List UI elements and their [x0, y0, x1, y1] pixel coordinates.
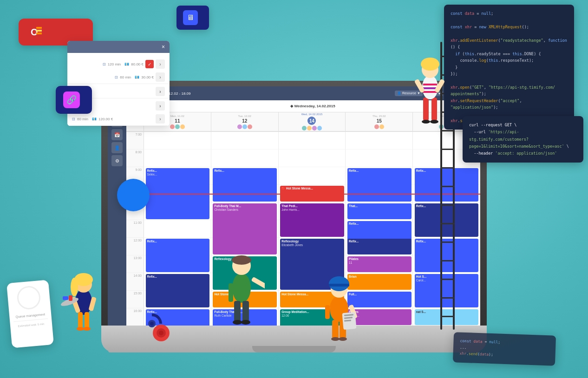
code-block-1: const data = null; const xhr = new XMLHt…	[444, 5, 574, 130]
day-header-thu: Thu, 15.02 15	[346, 112, 413, 131]
calendar-grid-area: Mon, 11.02 11 Tue, 12.02 12	[126, 112, 480, 327]
man-blue-helmet-figure	[316, 262, 362, 346]
character-woman-blonde	[60, 260, 107, 345]
booking-item-accessories[interactable]: ⊡ 60 min 💶 30.00 € ›	[67, 71, 170, 84]
calendar-panel-icon[interactable]: 📅	[111, 129, 123, 140]
time-label-6: 12:00	[126, 238, 144, 255]
calendar-event[interactable]: That Pedi...John Harris...	[280, 203, 344, 237]
accessories-arrow[interactable]: ›	[156, 72, 165, 82]
section2-arrow[interactable]: ›	[156, 87, 165, 96]
calendar-scroll-area[interactable]: 7:008:009:0010:0011:0012:0013:0014:0015:…	[126, 132, 480, 327]
day-cell-r1-c2[interactable]	[211, 150, 279, 167]
svg-point-53	[430, 120, 438, 124]
settings-panel-icon[interactable]: ⚙	[111, 155, 123, 166]
svg-rect-19	[440, 167, 455, 169]
svg-point-10	[159, 331, 163, 335]
calendar-content: ⊞ 📅 👤 ⚙ Mon, 11.02 11	[108, 112, 480, 327]
time-label-8: 14:00	[126, 273, 144, 291]
character-woman-red	[409, 46, 451, 127]
facebook-badge[interactable]	[117, 179, 150, 211]
svg-rect-56	[423, 87, 437, 89]
phone-meta: Estimated wait: 5 min	[18, 322, 45, 328]
svg-rect-48	[251, 277, 265, 293]
fitting-arrow[interactable]: ›	[156, 59, 165, 69]
fitting-check: ✓	[145, 60, 154, 68]
svg-rect-4	[36, 33, 42, 34]
svg-point-59	[421, 58, 439, 71]
day-header-tue: Tue, 12.02 12	[211, 112, 279, 131]
woman-blonde-figure	[60, 260, 107, 344]
svg-rect-3	[36, 30, 42, 32]
calendar-event[interactable]: 🔴 Hot Stone Messa...	[280, 186, 344, 202]
svg-point-47	[241, 320, 250, 325]
day-cell-r5-c1[interactable]	[144, 220, 211, 238]
booking-item-fitting[interactable]: ⊡ 120 min 💶 80.00 € ✓ ›	[67, 58, 170, 71]
svg-point-41	[232, 273, 251, 303]
user-panel-icon[interactable]: 👤	[111, 142, 123, 153]
svg-rect-55	[423, 84, 437, 85]
svg-rect-5	[36, 35, 42, 37]
calendar-event[interactable]: Refix...	[146, 239, 210, 272]
left-panel: ⊞ 📅 👤 ⚙	[108, 112, 126, 327]
svg-point-52	[422, 120, 430, 124]
svg-rect-57	[423, 91, 437, 93]
svg-point-31	[71, 278, 78, 296]
svg-rect-39	[63, 296, 68, 300]
now-line	[144, 194, 211, 195]
svg-rect-23	[440, 241, 455, 243]
svg-rect-32	[78, 312, 83, 328]
day-cell-r0-c3[interactable]	[279, 132, 346, 150]
day-cell-r1-c1[interactable]	[144, 150, 211, 167]
svg-point-66	[339, 337, 347, 341]
day-cell-r2-c3[interactable]	[279, 167, 346, 185]
reception-icon: 🖥	[183, 10, 198, 25]
day-cell-r1-c3[interactable]	[279, 150, 346, 167]
phone-element: Queue management Estimated wait: 5 min	[9, 281, 51, 346]
time-label-5: 11:00	[126, 220, 144, 238]
svg-rect-33	[85, 312, 89, 328]
calendar-event[interactable]: Refix...	[146, 274, 210, 307]
office-logo-icon: O	[27, 23, 45, 41]
day-cell-r1-c4[interactable]	[346, 150, 413, 167]
svg-rect-24	[440, 260, 455, 261]
day-cell-r0-c4[interactable]	[346, 132, 413, 150]
svg-point-43	[232, 255, 251, 265]
calendar-event[interactable]: That...	[347, 203, 412, 219]
day-cell-r0-c1[interactable]	[144, 132, 211, 150]
reception-badge: 🖥	[176, 6, 209, 30]
booking-panel-header: ×	[67, 41, 170, 53]
phone-circle	[16, 285, 41, 310]
calendar-event[interactable]: Refix...	[213, 168, 277, 202]
time-label-9: 15:00	[126, 291, 144, 308]
svg-rect-51	[431, 98, 437, 121]
svg-rect-27	[440, 316, 455, 317]
svg-rect-20	[440, 186, 455, 187]
section3-arrow[interactable]: ›	[156, 101, 165, 111]
red-gear-icon	[151, 323, 172, 344]
svg-point-35	[83, 327, 91, 331]
svg-rect-22	[440, 223, 455, 224]
code-block-3: const data = null; ... xhr.send(data);	[453, 332, 556, 365]
size-taking-item[interactable]: ⊡ 60 min 💶 120.00 € ›	[67, 112, 170, 125]
booking-links-icon: 🔗	[63, 91, 80, 108]
time-label-1: 8:00	[126, 150, 144, 167]
calendar-event[interactable]: Refix...	[347, 168, 412, 202]
size-arrow[interactable]: ›	[156, 114, 165, 124]
svg-rect-69	[329, 284, 349, 287]
svg-rect-2	[36, 27, 42, 29]
svg-rect-21	[440, 204, 455, 206]
day-cell-r0-c2[interactable]	[211, 132, 279, 150]
man-green-figure	[218, 237, 265, 330]
phone-mock: Queue management Estimated wait: 5 min	[7, 280, 54, 348]
svg-point-34	[77, 327, 84, 331]
svg-rect-17	[440, 130, 455, 131]
svg-rect-63	[332, 320, 339, 339]
svg-rect-45	[242, 301, 249, 322]
woman-red-figure	[409, 46, 451, 125]
svg-rect-18	[440, 149, 455, 150]
svg-point-46	[233, 320, 242, 325]
svg-rect-44	[234, 301, 241, 322]
character-man-green	[218, 237, 265, 332]
calendar-event[interactable]: Refix...	[347, 239, 412, 254]
day-header-wed: Wed, 14.02.2015 14	[279, 112, 346, 131]
